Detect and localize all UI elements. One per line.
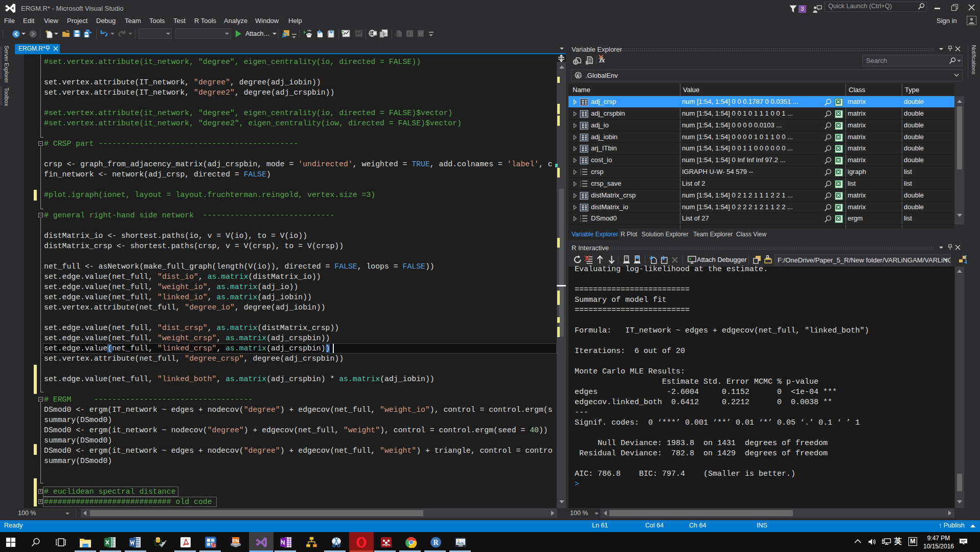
- svg-text:12: 12: [212, 544, 216, 547]
- svg-text:R: R: [433, 539, 439, 546]
- svg-text:EN: EN: [232, 538, 239, 543]
